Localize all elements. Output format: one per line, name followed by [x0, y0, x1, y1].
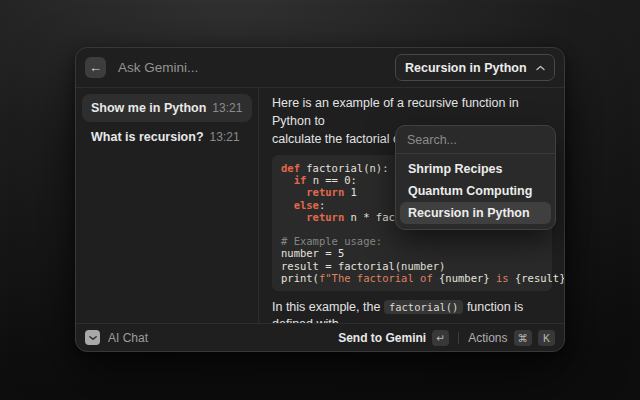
back-button[interactable]: ← [85, 57, 106, 78]
chat-item-label: What is recursion? [91, 130, 204, 144]
chevron-up-icon [536, 65, 545, 71]
app-label: AI Chat [108, 331, 148, 345]
dropdown-divider [396, 153, 555, 154]
code-line: print(f"The factorial of {number} is {re… [281, 272, 543, 284]
prompt-placeholder[interactable]: Ask Gemini... [118, 60, 198, 75]
window-footer: AI Chat Send to Gemini ↵ Actions ⌘ K [76, 323, 564, 351]
chat-history-item[interactable]: Show me in Python 13:21 [82, 94, 252, 122]
ai-chat-app-icon [85, 330, 100, 345]
desktop-background: { "header": { "title": "Ask Gemini...", … [0, 0, 640, 400]
chat-item-time: 13:21 [210, 130, 240, 144]
code-line: result = factorial(number) [281, 260, 543, 272]
dropdown-option-quantum-computing[interactable]: Quantum Computing [400, 180, 551, 202]
window-header: ← Ask Gemini... Recursion in Python [76, 48, 564, 88]
chat-history-sidebar: Show me in Python 13:21 What is recursio… [76, 88, 259, 323]
footer-separator [458, 332, 459, 344]
chat-model-select[interactable]: Recursion in Python [395, 54, 555, 81]
actions-menu-button[interactable]: Actions [468, 331, 507, 345]
command-key-icon: ⌘ [514, 330, 533, 346]
send-to-gemini-button[interactable]: Send to Gemini [338, 331, 426, 345]
code-line: number = 5 [281, 247, 543, 259]
code-line: # Example usage: [281, 235, 543, 247]
dropdown-option-recursion-in-python[interactable]: Recursion in Python [400, 202, 551, 224]
dropdown-option-shrimp-recipes[interactable]: Shrimp Recipes [400, 158, 551, 180]
inline-code-chip: factorial() [384, 300, 464, 314]
dropdown-search-input[interactable] [396, 126, 555, 153]
ask-gemini-window: ← Ask Gemini... Recursion in Python Show… [75, 47, 565, 352]
k-key-icon: K [538, 330, 555, 346]
window-body: Show me in Python 13:21 What is recursio… [76, 88, 564, 323]
model-select-value: Recursion in Python [405, 61, 527, 75]
chat-item-time: 13:21 [212, 101, 242, 115]
arrow-left-icon: ← [89, 61, 102, 74]
explanation-text: In this example, the [272, 300, 384, 314]
explanation-line: In this example, the factorial() functio… [272, 299, 552, 323]
response-explanation: In this example, the factorial() functio… [272, 299, 552, 323]
chat-select-dropdown: Shrimp Recipes Quantum Computing Recursi… [395, 125, 556, 230]
chat-history-item[interactable]: What is recursion? 13:21 [82, 123, 252, 151]
return-key-icon: ↵ [432, 330, 449, 346]
chat-item-label: Show me in Python [91, 101, 206, 115]
footer-actions: Send to Gemini ↵ Actions ⌘ K [338, 330, 555, 346]
